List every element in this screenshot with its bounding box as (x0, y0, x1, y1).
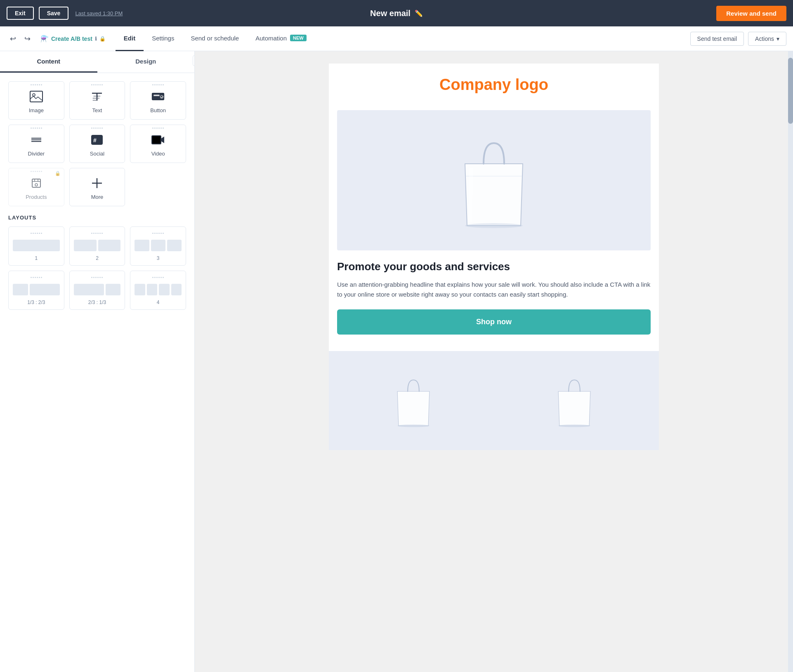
scrollbar-track[interactable] (788, 51, 793, 672)
svg-rect-8 (153, 95, 159, 97)
module-text-label: Text (92, 107, 102, 113)
email-preview-area: Company logo (195, 51, 793, 672)
company-logo: Company logo (337, 76, 651, 94)
layout-preview-3 (135, 240, 182, 251)
module-video[interactable]: Video (130, 125, 186, 163)
tab-send-schedule[interactable]: Send or schedule (182, 26, 247, 51)
product-mini-bag-2 (554, 372, 595, 429)
drag-handle-button (152, 84, 164, 85)
sidebar: « Content Design (0, 51, 195, 672)
layout-drag-handle (31, 277, 42, 278)
product-mini-bag-1 (393, 372, 434, 429)
drag-handle-social (91, 127, 103, 129)
layout-3[interactable]: 3 (130, 226, 186, 266)
layout-2-3-1-3[interactable]: 2/3 : 1/3 (69, 271, 125, 310)
svg-point-21 (465, 223, 523, 228)
module-social[interactable]: # Social (69, 125, 125, 163)
layout-label-3: 3 (157, 255, 160, 261)
image-icon (30, 90, 43, 103)
layouts-title: LAYOUTS (8, 215, 186, 221)
send-test-email-button[interactable]: Send test email (690, 32, 744, 46)
module-divider[interactable]: Divider (8, 125, 64, 163)
module-more[interactable]: More (69, 168, 125, 206)
sidebar-tab-content[interactable]: Content (0, 51, 97, 73)
create-ab-test[interactable]: ⚗️ Create A/B test ℹ 🔒 (40, 35, 106, 42)
redo-button[interactable]: ↪ (21, 33, 34, 45)
undo-button[interactable]: ↩ (7, 33, 19, 45)
button-icon (151, 90, 165, 103)
top-header: Exit Save Last saved 1:30 PM New email ✏… (0, 0, 793, 26)
drag-handle-image (31, 84, 42, 85)
review-and-send-button[interactable]: Review and send (716, 6, 786, 21)
module-products-label: Products (26, 194, 47, 200)
sidebar-tabs: Content Design (0, 51, 194, 73)
svg-point-1 (33, 94, 35, 96)
promo-text: Use an attention-grabbing headline that … (337, 280, 651, 299)
svg-point-23 (558, 424, 590, 427)
save-button[interactable]: Save (39, 7, 69, 20)
social-icon: # (90, 133, 104, 146)
shopping-bag-illustration (457, 127, 531, 234)
tab-edit[interactable]: Edit (116, 26, 144, 51)
last-saved-timestamp[interactable]: Last saved 1:30 PM (75, 10, 123, 17)
layout-1-3-2-3[interactable]: 1/3 : 2/3 (8, 271, 64, 310)
layout-drag-handle (152, 277, 164, 278)
module-image-label: Image (29, 107, 44, 113)
modules-grid: Image Text (0, 73, 194, 215)
layout-label-2: 2 (96, 255, 99, 261)
email-title-area: New email ✏️ (370, 9, 423, 18)
module-text[interactable]: Text (69, 81, 125, 120)
more-icon (90, 177, 104, 190)
shop-now-button[interactable]: Shop now (337, 309, 651, 335)
chevron-down-icon: ▾ (776, 35, 779, 42)
layouts-grid: 1 2 (8, 226, 186, 310)
main-layout: « Content Design (0, 51, 793, 672)
module-button-label: Button (150, 107, 166, 113)
layout-1[interactable]: 1 (8, 226, 64, 266)
module-video-label: Video (151, 151, 165, 157)
layout-drag-handle (91, 233, 103, 234)
exit-button[interactable]: Exit (7, 7, 34, 20)
layout-label-4: 4 (157, 299, 160, 305)
flask-icon: ⚗️ (40, 35, 49, 42)
layout-label-1-3-2-3: 1/3 : 2/3 (27, 299, 45, 305)
lock-icon: 🔒 (99, 36, 106, 42)
drag-handle-products (31, 171, 42, 172)
layouts-section: LAYOUTS 1 (0, 215, 194, 318)
layout-label-1: 1 (35, 255, 38, 261)
module-divider-label: Divider (28, 151, 45, 157)
undo-redo-group: ↩ ↪ (7, 33, 34, 45)
text-icon (90, 90, 104, 103)
sidebar-tab-design[interactable]: Design (97, 51, 195, 73)
nav-right-actions: Send test email Actions ▾ (690, 32, 786, 46)
tab-settings[interactable]: Settings (144, 26, 182, 51)
lock-badge-products: 🔒 (55, 171, 61, 176)
scrollbar-thumb[interactable] (788, 58, 793, 124)
layout-2[interactable]: 2 (69, 226, 125, 266)
svg-point-17 (35, 184, 38, 186)
edit-title-icon[interactable]: ✏️ (415, 9, 423, 17)
module-products[interactable]: 🔒 Products (8, 168, 64, 206)
new-badge: NEW (290, 35, 307, 41)
layout-4[interactable]: 4 (130, 271, 186, 310)
email-title: New email (370, 9, 411, 18)
module-social-label: Social (90, 151, 104, 157)
layout-drag-handle (152, 233, 164, 234)
nav-bar: ↩ ↪ ⚗️ Create A/B test ℹ 🔒 Edit Settings… (0, 26, 793, 51)
drag-handle-divider (31, 127, 42, 129)
actions-button[interactable]: Actions ▾ (748, 32, 786, 46)
svg-rect-0 (30, 91, 42, 102)
product-mini-2 (498, 359, 651, 442)
layout-preview-2 (74, 240, 121, 251)
product-mini-1 (337, 359, 490, 442)
email-header: Company logo (329, 64, 659, 102)
drag-handle-video (152, 127, 164, 129)
layout-preview-4 (135, 284, 182, 295)
layout-preview-1-3-2-3 (13, 284, 60, 295)
email-container: Company logo (329, 64, 659, 450)
drag-handle-text (91, 84, 103, 85)
module-button[interactable]: Button (130, 81, 186, 120)
tab-automation[interactable]: Automation NEW (247, 26, 315, 51)
module-image[interactable]: Image (8, 81, 64, 120)
promo-heading: Promote your goods and services (337, 260, 651, 273)
